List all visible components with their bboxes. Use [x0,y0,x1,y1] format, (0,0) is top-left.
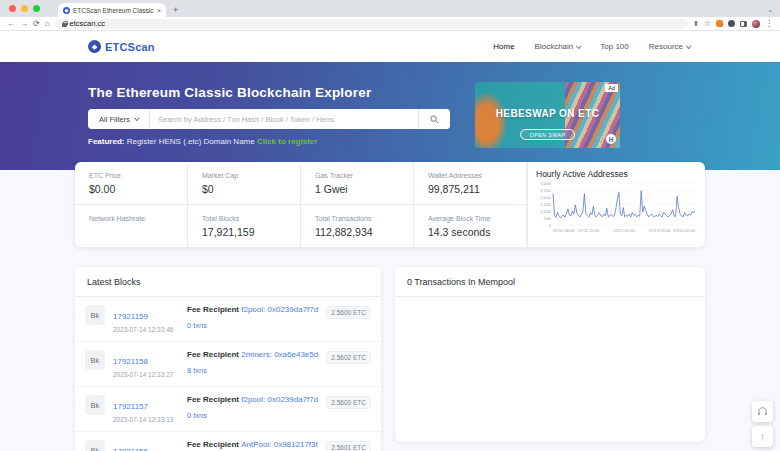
svg-text:0: 0 [549,223,552,228]
block-reward-badge: 2.5602 ETC [326,351,371,364]
nav-item-blockchain[interactable]: Blockchain [535,42,581,51]
block-col: 17921156 2023-07-14 12:33:05 [113,440,179,451]
share-icon[interactable]: ⬆ [693,20,699,27]
side-panel-icon[interactable] [740,21,747,27]
window-controls [9,0,40,17]
stat-value: $0.00 [89,183,181,195]
back-icon[interactable]: ← [7,20,15,28]
search-button[interactable] [418,109,450,129]
url-text: etcscan.cc [70,19,105,28]
browser-menu-icon[interactable]: ⋮ [765,20,773,28]
chevron-down-icon [686,43,692,49]
nav-item-resource[interactable]: Resource [649,42,690,51]
tab-search-chevron-icon[interactable]: ⌄ [767,6,773,14]
fee-recipient-link[interactable]: f2pool: 0x0239da7f7d5af4c... [241,305,318,314]
stats-grid: ETC Price $0.00 Market Cap $0 Gas Tracke… [75,162,527,247]
forward-icon[interactable]: → [20,20,28,28]
fee-recipient-link[interactable]: 2miners: 0xa6e43e5d497ce... [241,350,318,359]
home-icon[interactable]: ⌂ [45,20,50,28]
filter-dropdown[interactable]: All Filters [88,109,150,129]
open-swap-button[interactable]: OPEN SWAP [520,129,576,140]
filter-label: All Filters [99,115,130,124]
block-number-link[interactable]: 17921157 [113,402,148,411]
txns-link[interactable]: 0 txns [187,411,207,420]
block-timestamp: 2023-07-14 12:33:13 [113,416,179,423]
ad-badge: Ad [605,84,618,92]
fee-recipient-link[interactable]: f2pool: 0x0239da7f7d5af4c... [241,395,318,404]
browser-tab[interactable]: ◆ ETCScan Ethereum Classic (ET × [58,3,166,17]
metamask-extension-icon[interactable] [716,20,723,27]
svg-text:2,000: 2,000 [540,195,551,200]
block-reward-badge: 2.5601 ETC [326,441,371,451]
block-icon: Bk [85,395,105,415]
chart-box: Hourly Active Addresses 05001,0001,5002,… [527,162,705,247]
fee-recipient-link[interactable]: AntPool: 0x981217f3fec2cd... [241,440,318,449]
stat-cell: Market Cap $0 [188,162,301,205]
window-zoom-button[interactable] [33,5,40,12]
stat-cell: Total Blocks 17,921,159 [188,205,301,247]
block-timestamp: 2023-07-14 12:33:27 [113,371,179,378]
svg-text:1,000: 1,000 [540,209,551,214]
support-button[interactable] [752,401,773,422]
stat-value: 99,875,211 [428,183,520,195]
window-minimize-button[interactable] [21,5,28,12]
window-close-button[interactable] [9,5,16,12]
stat-cell: Total Transactions 112,882,934 [301,205,414,247]
brand-logo[interactable]: ◆ ETCScan [88,40,155,53]
fee-recipient-label: Fee Recipient [187,305,241,314]
stat-cell: Network Hashrate [75,205,188,247]
bookmark-star-icon[interactable]: ☆ [704,20,711,28]
stat-label: Total Blocks [202,215,294,222]
profile-avatar[interactable] [752,20,760,28]
site-header: ◆ ETCScan Home Blockchain Top 100 Resour… [0,31,780,62]
svg-text:07/10 06:00: 07/10 06:00 [553,228,575,233]
nav-item-home[interactable]: Home [493,42,514,51]
stat-value: 112,882,934 [315,226,407,238]
latest-blocks-panel: Latest Blocks Bk 17921159 2023-07-14 12:… [75,267,381,451]
new-tab-button[interactable]: + [173,5,178,15]
stat-cell: Gas Tracker 1 Gwei [301,162,414,205]
extension-icon[interactable] [728,20,735,27]
stat-label: Market Cap [202,172,294,179]
mempool-panel: 0 Transactions In Mempool [395,267,705,442]
fee-col: Fee Recipient AntPool: 0x981217f3fec2cd.… [187,440,318,451]
svg-text:07/11 11:00: 07/11 11:00 [578,228,600,233]
block-icon: Bk [85,350,105,370]
address-bar[interactable]: etcscan.cc [55,19,688,29]
blocks-list: Bk 17921159 2023-07-14 12:33:46 Fee Reci… [75,297,381,451]
table-row: Bk 17921157 2023-07-14 12:33:13 Fee Reci… [75,387,381,432]
tab-close-icon[interactable]: × [157,7,161,14]
search-input[interactable] [150,109,418,129]
ad-banner[interactable]: Ad HEBESWAP ON ETC OPEN SWAP H [475,82,620,148]
hero-section: The Ethereum Classic Blockchain Explorer… [0,62,780,170]
block-number-link[interactable]: 17921159 [113,312,148,321]
nav-label: Top 100 [600,42,628,51]
scroll-to-top-button[interactable]: ↑ [752,426,773,447]
reload-icon[interactable]: ⟳ [33,20,40,28]
block-number-link[interactable]: 17921156 [113,447,148,451]
svg-text:3,000: 3,000 [540,181,551,186]
mempool-title: 0 Transactions In Mempool [395,267,705,297]
fee-recipient-label: Fee Recipient [187,350,241,359]
table-row: Bk 17921159 2023-07-14 12:33:46 Fee Reci… [75,297,381,342]
svg-text:500: 500 [544,216,552,221]
stat-cell: Wallet Addresses 99,875,211 [414,162,527,205]
lock-icon [62,21,67,27]
block-number-link[interactable]: 17921158 [113,357,148,366]
table-row: Bk 17921156 2023-07-14 12:33:05 Fee Reci… [75,432,381,451]
nav-label: Resource [649,42,683,51]
block-col: 17921157 2023-07-14 12:33:13 [113,395,179,423]
svg-text:2,500: 2,500 [540,188,551,193]
block-reward-badge: 2.5600 ETC [326,396,371,409]
nav-item-top100[interactable]: Top 100 [600,42,628,51]
nav-label: Home [493,42,514,51]
register-link[interactable]: Click to register [257,137,317,146]
block-col: 17921159 2023-07-14 12:33:46 [113,305,179,333]
block-timestamp: 2023-07-14 12:33:46 [113,326,179,333]
txns-link[interactable]: 8 txns [187,366,207,375]
arrow-up-icon: ↑ [760,431,765,442]
txns-link[interactable]: 0 txns [187,321,207,330]
block-reward-badge: 2.5600 ETC [326,306,371,319]
main-nav: Home Blockchain Top 100 Resource [493,42,690,51]
stat-label: Network Hashrate [89,215,181,222]
